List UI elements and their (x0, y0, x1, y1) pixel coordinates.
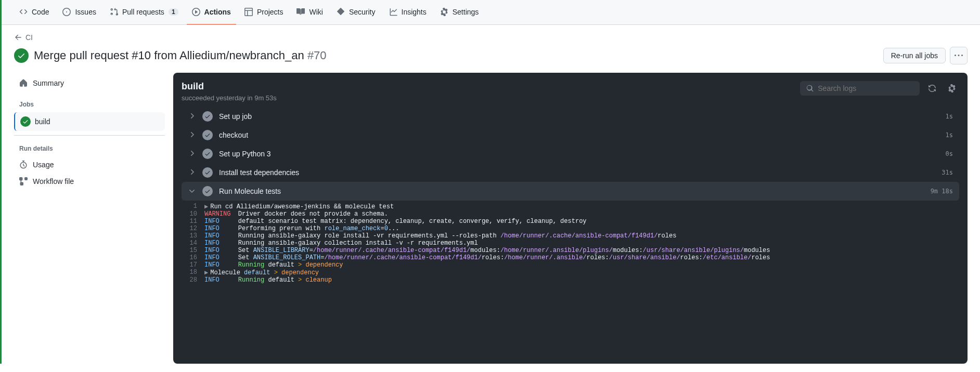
sidebar-jobs-heading: Jobs (14, 97, 165, 112)
sidebar-run-details-heading: Run details (14, 141, 165, 156)
tab-actions[interactable]: Actions (187, 0, 236, 25)
search-input[interactable] (818, 84, 913, 92)
step-duration: 1s (946, 113, 953, 120)
line-number: 11 (182, 218, 204, 225)
line-number: 14 (182, 240, 204, 247)
tab-settings-label: Settings (453, 8, 479, 16)
tab-insights[interactable]: Insights (384, 0, 432, 25)
refresh-button[interactable] (925, 81, 939, 96)
tab-wiki[interactable]: Wiki (291, 0, 328, 25)
arrow-left-icon (14, 33, 22, 42)
tab-security-label: Security (349, 8, 376, 16)
kebab-icon (955, 51, 963, 60)
table-icon (244, 8, 253, 16)
breadcrumb-back[interactable]: CI (14, 33, 968, 42)
step-duration: 0s (946, 150, 953, 157)
sidebar-usage-label: Usage (33, 161, 54, 169)
line-number: 28 (182, 276, 204, 284)
log-panel: build succeeded yesterday in 9m 53s (173, 73, 968, 364)
status-success-icon (202, 149, 213, 159)
log-line: 18▶Molecule default > dependency (182, 269, 959, 276)
step-duration: 31s (942, 169, 953, 176)
tab-pulls[interactable]: Pull requests 1 (105, 0, 184, 25)
step-row[interactable]: checkout1s (182, 126, 959, 144)
sidebar-usage[interactable]: Usage (14, 156, 165, 173)
tab-wiki-label: Wiki (309, 8, 323, 16)
status-success-icon (20, 116, 31, 127)
log-line: 14INFO Running ansible-galaxy collection… (182, 240, 959, 247)
line-number: 13 (182, 232, 204, 240)
step-duration: 9m 18s (931, 188, 953, 195)
step-row[interactable]: Run Molecule tests9m 18s (182, 182, 959, 201)
workflow-icon (19, 177, 28, 185)
step-name: checkout (219, 131, 939, 139)
sync-icon (928, 84, 936, 92)
tab-settings[interactable]: Settings (435, 0, 484, 25)
step-name: Install test dependencies (219, 168, 935, 177)
sidebar-job-label: build (35, 117, 50, 126)
step-row[interactable]: Install test dependencies31s (182, 163, 959, 182)
stopwatch-icon (19, 161, 28, 169)
status-success-icon (202, 167, 213, 178)
log-line: 15INFO Set ANSIBLE_LIBRARY=/home/runner/… (182, 247, 959, 254)
chevron-icon (188, 130, 196, 140)
caret-icon[interactable]: ▶ (204, 203, 208, 210)
step-name: Set up job (219, 112, 939, 121)
chevron-icon (188, 168, 196, 178)
line-number: 12 (182, 225, 204, 232)
line-number: 10 (182, 210, 204, 218)
tab-security[interactable]: Security (331, 0, 381, 25)
kebab-menu-button[interactable] (950, 47, 968, 64)
issues-icon (62, 8, 71, 16)
tab-insights-label: Insights (402, 8, 427, 16)
line-number: 18 (182, 269, 204, 276)
log-line: 16INFO Set ANSIBLE_ROLES_PATH=/home/runn… (182, 254, 959, 261)
log-line: 11INFO default scenario test matrix: dep… (182, 218, 959, 225)
gear-icon (948, 84, 956, 92)
log-line: 1▶Run cd Alliedium/awesome-jenkins && mo… (182, 203, 959, 210)
step-duration: 1s (946, 131, 953, 139)
step-name: Set up Python 3 (219, 150, 939, 158)
status-success-icon (202, 111, 213, 122)
step-row[interactable]: Set up Python 30s (182, 144, 959, 163)
step-row[interactable]: Set up job1s (182, 107, 959, 126)
sidebar-summary[interactable]: Summary (14, 75, 165, 91)
chevron-icon (188, 187, 196, 196)
line-number: 1 (182, 203, 204, 210)
tab-issues[interactable]: Issues (57, 0, 101, 25)
git-pull-request-icon (110, 8, 118, 16)
play-icon (192, 8, 200, 16)
run-sidebar: Summary Jobs build Run details Usage Wor… (14, 73, 165, 364)
search-logs[interactable] (800, 81, 920, 96)
home-icon (19, 79, 28, 87)
book-icon (296, 8, 305, 16)
log-line: 12INFO Performing prerun with role_name_… (182, 225, 959, 232)
sidebar-summary-label: Summary (33, 79, 64, 87)
log-line: 10WARNING Driver docker does not provide… (182, 210, 959, 218)
status-success-icon (14, 48, 29, 63)
graph-icon (389, 8, 397, 16)
job-title: build (182, 81, 277, 92)
chevron-icon (188, 149, 196, 159)
log-settings-button[interactable] (945, 81, 959, 96)
tab-projects[interactable]: Projects (239, 0, 289, 25)
sidebar-workflow-file[interactable]: Workflow file (14, 173, 165, 190)
log-line: 13INFO Running ansible-galaxy role insta… (182, 232, 959, 240)
line-number: 17 (182, 261, 204, 269)
status-success-icon (202, 130, 213, 140)
run-title: Merge pull request #10 from Alliedium/ne… (34, 49, 327, 62)
sidebar-job-build[interactable]: build (14, 112, 165, 131)
step-name: Run Molecule tests (219, 187, 924, 195)
log-line: 17INFO Running default > dependency (182, 261, 959, 269)
search-icon (806, 84, 814, 92)
caret-icon[interactable]: ▶ (204, 269, 208, 276)
tab-code[interactable]: Code (14, 0, 54, 25)
tab-actions-label: Actions (204, 8, 231, 16)
chevron-icon (188, 112, 196, 122)
rerun-button[interactable]: Re-run all jobs (883, 48, 946, 63)
run-number: #70 (307, 49, 327, 62)
gear-icon (440, 8, 448, 16)
sidebar-workflow-label: Workflow file (33, 177, 74, 185)
shield-icon (337, 8, 345, 16)
repo-tabnav: Code Issues Pull requests 1 Actions Proj… (2, 0, 980, 25)
